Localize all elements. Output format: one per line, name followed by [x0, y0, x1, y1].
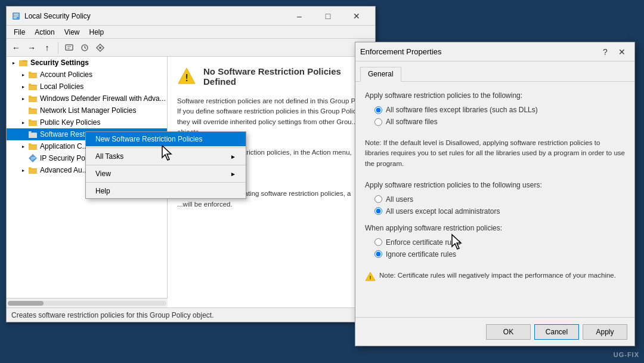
tree-item-public-key[interactable]: ▸ Public Key Policies: [7, 116, 167, 128]
ip-security-label: IP Security Po...: [40, 154, 91, 162]
dialog-buttons: OK Cancel Apply: [355, 317, 634, 346]
ctx-all-tasks-arrow: ►: [230, 153, 236, 160]
apply-button[interactable]: Apply: [583, 324, 627, 340]
radio-all-files-input[interactable]: [374, 118, 382, 126]
root-expand-icon: ▸: [9, 58, 18, 67]
tab-general[interactable]: General: [360, 67, 401, 82]
ctx-sep-3: [86, 182, 246, 183]
svg-rect-9: [19, 61, 27, 66]
scrollbar-thumb[interactable]: [8, 301, 44, 306]
folder-icon-account: [28, 70, 38, 79]
folder-icon-ips: IP: [28, 153, 38, 163]
aa-expand: ▸: [18, 165, 28, 175]
menu-action[interactable]: Action: [30, 27, 59, 38]
toolbar-separator: [58, 42, 58, 54]
toolbar-btn-1[interactable]: [62, 41, 76, 55]
tree-item-local-policies[interactable]: ▸ Local Policies: [7, 81, 167, 93]
tab-strip: General: [355, 61, 634, 82]
local-expand: ▸: [18, 82, 28, 91]
radio-all-users[interactable]: All users: [374, 195, 625, 204]
radio-all-files-label: All software files: [386, 118, 438, 126]
ok-button[interactable]: OK: [486, 324, 531, 340]
radio-except-libraries-label: All software files except libraries (suc…: [386, 106, 538, 114]
cancel-button[interactable]: Cancel: [534, 324, 579, 340]
menu-view[interactable]: View: [60, 27, 85, 38]
pk-expand: ▸: [18, 118, 28, 127]
tree-scrollbar[interactable]: [7, 298, 168, 307]
toolbar-btn-2[interactable]: [78, 41, 92, 55]
svg-rect-17: [29, 109, 37, 114]
dialog-enforcement: Enforcement Properties ? ✕ General Apply…: [355, 42, 635, 346]
back-button[interactable]: ←: [9, 41, 23, 55]
minimize-button[interactable]: –: [286, 8, 313, 24]
forward-button[interactable]: →: [24, 41, 39, 55]
when-applying-group: Enforce certificate rules Ignore certifi…: [374, 238, 625, 259]
maximize-button[interactable]: □: [314, 8, 342, 24]
radio-all-users-input[interactable]: [374, 195, 382, 203]
menu-file[interactable]: File: [9, 27, 30, 38]
note-2-text: Note: Certificate rules will negatively …: [379, 270, 616, 281]
radio-except-admins-input[interactable]: [374, 207, 382, 215]
folder-icon-wd: [28, 94, 38, 103]
up-button[interactable]: ↑: [40, 41, 54, 55]
ctx-new-srp[interactable]: New Software Restriction Policies: [86, 132, 246, 146]
radio-all-files[interactable]: All software files: [374, 118, 625, 126]
local-policies-label: Local Policies: [40, 82, 83, 91]
svg-text:IP: IP: [31, 156, 36, 161]
menu-bar: File Action View Help: [7, 26, 375, 39]
ac-expand: ▸: [18, 141, 28, 151]
dialog-content: Apply software restriction policies to t…: [355, 82, 634, 317]
ctx-sep-2: [86, 165, 246, 165]
radio-except-admins[interactable]: All users except local administrators: [374, 207, 625, 216]
ctx-view[interactable]: View ►: [86, 167, 246, 181]
warning-title: No Software Restriction Policies Defined: [203, 66, 366, 87]
window-control-buttons: – □ ✕: [286, 8, 370, 24]
svg-rect-15: [29, 97, 37, 102]
folder-icon-pk: [28, 118, 38, 127]
svg-rect-13: [29, 85, 37, 90]
close-button[interactable]: ✕: [343, 8, 370, 24]
toolbar: ← → ↑: [7, 39, 375, 57]
radio-enforce-cert[interactable]: Enforce certificate rules: [374, 238, 625, 247]
ctx-help[interactable]: Help: [86, 184, 246, 198]
radio-except-libraries-input[interactable]: [374, 106, 382, 114]
folder-icon-aa: [28, 165, 38, 175]
radio-enforce-cert-input[interactable]: [374, 238, 382, 246]
svg-rect-23: [29, 145, 37, 150]
ctx-new-srp-label: New Software Restriction Policies: [95, 135, 202, 143]
warning-icon: !: [177, 67, 196, 86]
warning-header: ! No Software Restriction Policies Defin…: [177, 66, 366, 87]
svg-rect-19: [29, 121, 37, 126]
ctx-all-tasks[interactable]: All Tasks ►: [86, 149, 246, 164]
apply-users-group: All users All users except local adminis…: [374, 195, 625, 216]
advanced-audit-label: Advanced Au...: [40, 166, 88, 174]
status-text: Creates software restriction policies fo…: [11, 311, 213, 319]
menu-help[interactable]: Help: [85, 27, 109, 38]
note-1: Note: If the default level is Disallowed…: [365, 134, 625, 173]
note-2-icon: !: [365, 272, 376, 285]
svg-text:!: !: [370, 275, 371, 281]
tree-root[interactable]: ▸ Security Settings: [7, 57, 167, 69]
svg-rect-27: [29, 169, 37, 174]
security-settings-icon: [18, 58, 28, 67]
radio-ignore-cert-input[interactable]: [374, 250, 382, 258]
tree-item-account-policies[interactable]: ▸ Account Policies: [7, 69, 167, 81]
app-icon: [11, 11, 21, 21]
security-settings-label: Security Settings: [30, 59, 89, 67]
windows-defender-label: Windows Defender Firewall with Adva...: [40, 94, 166, 103]
tree-item-network-list[interactable]: ▸ Network List Manager Policies: [7, 104, 167, 116]
wd-expand: ▸: [18, 94, 28, 103]
account-expand: ▸: [18, 70, 28, 79]
dialog-help-button[interactable]: ?: [597, 45, 613, 59]
when-applying-label: When applying software restriction polic…: [365, 224, 625, 232]
radio-enforce-cert-label: Enforce certificate rules: [386, 238, 460, 247]
ctx-sep-1: [86, 147, 246, 148]
tree-item-windows-defender[interactable]: ▸ Windows Defender Firewall with Adva...: [7, 93, 167, 104]
status-bar: Creates software restriction policies fo…: [7, 307, 375, 322]
apply-users-label: Apply software restriction policies to t…: [365, 181, 625, 189]
folder-icon-nl: [28, 106, 38, 115]
toolbar-btn-3[interactable]: [93, 41, 107, 55]
dialog-close-button[interactable]: ✕: [614, 45, 630, 59]
radio-ignore-cert[interactable]: Ignore certificate rules: [374, 250, 625, 259]
radio-except-libraries[interactable]: All software files except libraries (suc…: [374, 106, 625, 114]
